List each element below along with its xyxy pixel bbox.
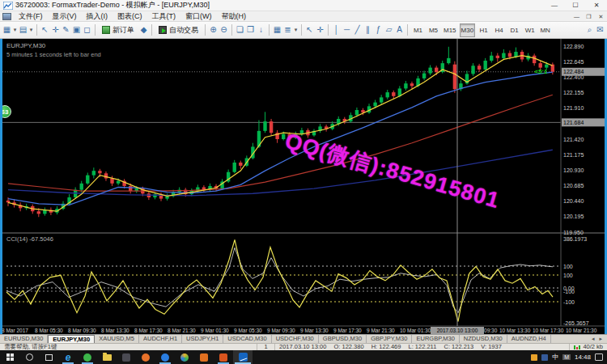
chart-canvas[interactable]: 122.890122.645122.400122.155121.910121.6…	[0, 39, 607, 334]
draw-icon[interactable]: ✎	[61, 23, 71, 37]
status-bar-time: 2017.03.10 13:00	[279, 343, 326, 350]
tester-icon[interactable]: ◻	[82, 23, 92, 37]
cursor-icon[interactable]: ↖	[40, 23, 50, 37]
new-chart-icon[interactable]: ▦	[2, 23, 12, 37]
menu-item-window[interactable]: 窗口(W)	[180, 11, 217, 22]
taskbar-app-button-1[interactable]	[175, 350, 194, 364]
taskbar-firefox-button[interactable]	[136, 350, 155, 364]
taskbar-wechat-button[interactable]	[78, 350, 97, 364]
task-view-button[interactable]	[39, 350, 58, 364]
zoom-in-icon[interactable]: ⊕	[208, 23, 219, 37]
input-language-indicator[interactable]: 中	[552, 353, 558, 362]
vline-icon[interactable]: │	[331, 23, 342, 37]
child-minimize-icon[interactable]: —	[571, 11, 583, 22]
pointer-icon[interactable]: ↖	[304, 23, 315, 37]
edge-icon: e	[66, 353, 71, 362]
taskbar-edge-button[interactable]: e	[58, 350, 78, 364]
tab-scroll-right-icon[interactable]: ▸	[597, 336, 604, 341]
autotrade-button[interactable]: 自动交易	[155, 23, 202, 37]
search-icon[interactable]: ⌕	[584, 23, 595, 37]
chart-type-dropdown-icon[interactable]: ▾	[293, 23, 299, 37]
svg-text:9 Mar 17:30: 9 Mar 17:30	[333, 328, 362, 333]
chat-icon[interactable]: ✉	[595, 23, 605, 37]
start-button[interactable]	[0, 350, 19, 364]
action-center-icon[interactable]	[595, 353, 603, 361]
chart-tab-eurjpy[interactable]: EURJPY,M30	[48, 335, 95, 344]
timeframe-button-m1[interactable]: M1	[411, 23, 425, 37]
taskbar-app-button-2[interactable]	[194, 350, 214, 364]
chart-tab-nzdusd[interactable]: NZDUSD,M30	[460, 335, 507, 344]
download-history-icon[interactable]: ↓	[256, 23, 266, 37]
crosshair-icon[interactable]: ✛	[50, 23, 61, 37]
close-icon[interactable]: ✕	[586, 0, 607, 11]
profiles-icon[interactable]: ▤	[18, 23, 28, 37]
taskbar-store-button[interactable]	[117, 350, 136, 364]
profiles-dropdown-icon[interactable]: ▾	[28, 23, 34, 37]
chart-tab-usdjpy[interactable]: USDJPY,H1	[182, 335, 223, 344]
menu-item-insert[interactable]: 插入(I)	[82, 11, 113, 22]
chart-tab-eurusd[interactable]: EURUSD,M30	[0, 335, 48, 344]
child-restore-icon[interactable]: ❐	[583, 11, 595, 22]
toolbar-separator	[95, 24, 96, 36]
indicators-icon[interactable]: ◆	[138, 23, 149, 37]
menu-item-file[interactable]: 文件(F)	[14, 11, 48, 22]
search-button[interactable]	[19, 350, 39, 364]
tile-horizontal-icon[interactable]: ❏	[235, 23, 245, 37]
text-label-icon[interactable]: A	[394, 23, 405, 37]
timeframe-button-h1[interactable]: H1	[477, 23, 490, 37]
new-order-button[interactable]: 新订单	[98, 23, 138, 37]
timeframe-button-mn[interactable]: MN	[538, 23, 552, 37]
ime-mode-indicator[interactable]: M	[562, 354, 571, 360]
chart-tab-xauusd[interactable]: XAUUSD,M5	[95, 335, 139, 344]
firefox-icon	[142, 353, 150, 362]
taskbar-explorer-button[interactable]	[97, 350, 117, 364]
toolbar-separator	[151, 24, 152, 36]
chart-tab-audnzd[interactable]: AUDNZD,H4	[507, 335, 551, 344]
child-close-icon[interactable]: ✕	[595, 11, 607, 22]
taskbar-app-button-3[interactable]	[214, 350, 233, 364]
chart-tab-eurgbp[interactable]: EURGBP,M30	[412, 335, 459, 344]
chart-type-icon[interactable]: ≣	[282, 23, 293, 37]
shapes-icon[interactable]: ▱	[384, 23, 394, 37]
tray-icon-2[interactable]	[541, 354, 548, 361]
tile-vertical-icon[interactable]: ❐	[245, 23, 256, 37]
minimize-icon[interactable]: —	[544, 0, 565, 11]
trendline-icon[interactable]: ╱	[352, 23, 363, 37]
timeframe-button-m30[interactable]: M30	[460, 23, 476, 37]
metatrader-icon	[239, 353, 248, 362]
timeframe-button-d1[interactable]: D1	[507, 23, 521, 37]
chart-window-icon[interactable]	[2, 13, 11, 20]
chart-tab-audchf[interactable]: AUDCHF,H1	[139, 335, 182, 344]
svg-text:10 Mar 01:30: 10 Mar 01:30	[400, 328, 431, 333]
hline-icon[interactable]: ─	[342, 23, 352, 37]
channel-icon[interactable]: ∥	[363, 23, 373, 37]
taskbar-mt4-button[interactable]	[233, 350, 253, 364]
fibonacci-icon[interactable]: ƒ	[373, 23, 384, 37]
timeframe-button-w1[interactable]: W1	[523, 23, 537, 37]
chart-tab-usdchf[interactable]: USDCHF,M30	[272, 335, 319, 344]
svg-text:9 Mar 05:30: 9 Mar 05:30	[234, 328, 262, 333]
menu-item-charts[interactable]: 图表(C)	[112, 11, 147, 22]
new-chart-dropdown-icon[interactable]: ▾	[12, 23, 18, 37]
new-order-label: 新订单	[112, 25, 134, 36]
timeframe-button-m5[interactable]: M5	[427, 23, 440, 37]
menu-item-view[interactable]: 显示(V)	[48, 11, 82, 22]
terminal-icon[interactable]: ▣	[71, 23, 82, 37]
chart-tab-usdcad[interactable]: USDCAD,M30	[223, 335, 271, 344]
tab-scroll-left-icon[interactable]: ◂	[590, 336, 596, 341]
svg-text:119.950: 119.950	[563, 230, 584, 235]
menu-item-tools[interactable]: 工具(T)	[147, 11, 181, 22]
window-border-left	[0, 39, 2, 343]
maximize-icon[interactable]: ☐	[565, 0, 586, 11]
chart-tab-gbpjpy[interactable]: GBPJPY,M30	[367, 335, 412, 344]
crosshair-tool-icon[interactable]: ✛	[315, 23, 325, 37]
chart-tab-gbpusd[interactable]: GBPUSD,M30	[319, 335, 367, 344]
timeframe-button-h4[interactable]: H4	[492, 23, 506, 37]
timeframe-button-m15[interactable]: M15	[442, 23, 458, 37]
menu-item-help[interactable]: 帮助(H)	[217, 11, 252, 22]
taskbar-clock[interactable]: 14:48	[575, 353, 591, 361]
taskbar-qq-button[interactable]	[155, 350, 175, 364]
zoom-out-icon[interactable]: ⊖	[219, 23, 229, 37]
grid-icon[interactable]: ▦	[272, 23, 282, 37]
tray-icon-1[interactable]	[531, 354, 537, 361]
